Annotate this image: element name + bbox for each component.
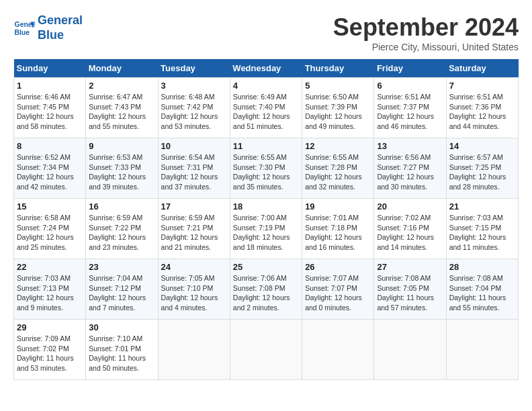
day-header-saturday: Saturday [446, 59, 518, 78]
day-info: Sunrise: 7:02 AMSunset: 7:16 PMDaylight:… [377, 213, 443, 253]
header: General Blue General Blue September 2024… [13, 13, 519, 52]
title-area: September 2024 Pierce City, Missouri, Un… [333, 13, 519, 52]
calendar-cell: 1Sunrise: 6:46 AMSunset: 7:45 PMDaylight… [14, 78, 86, 138]
day-number: 12 [305, 141, 371, 151]
month-title: September 2024 [333, 13, 519, 42]
day-info: Sunrise: 6:59 AMSunset: 7:22 PMDaylight:… [89, 213, 154, 253]
calendar-cell: 7Sunrise: 6:51 AMSunset: 7:36 PMDaylight… [446, 78, 518, 138]
calendar-cell: 18Sunrise: 7:00 AMSunset: 7:19 PMDayligh… [230, 199, 302, 259]
day-info: Sunrise: 6:59 AMSunset: 7:21 PMDaylight:… [161, 213, 227, 253]
day-number: 7 [449, 81, 515, 91]
logo-text: General Blue [38, 13, 83, 42]
day-number: 24 [161, 262, 227, 272]
calendar-week-4: 22Sunrise: 7:03 AMSunset: 7:13 PMDayligh… [14, 259, 519, 320]
calendar-header-row: SundayMondayTuesdayWednesdayThursdayFrid… [14, 59, 519, 78]
calendar-week-1: 1Sunrise: 6:46 AMSunset: 7:45 PMDaylight… [14, 78, 519, 138]
calendar-cell: 4Sunrise: 6:49 AMSunset: 7:40 PMDaylight… [230, 78, 302, 138]
day-number: 17 [161, 201, 227, 212]
day-number: 26 [305, 262, 371, 272]
calendar-cell: 10Sunrise: 6:54 AMSunset: 7:31 PMDayligh… [158, 138, 230, 199]
day-header-sunday: Sunday [14, 59, 86, 78]
day-number: 30 [89, 322, 154, 332]
day-info: Sunrise: 7:10 AMSunset: 7:01 PMDaylight:… [89, 334, 154, 373]
day-header-monday: Monday [86, 59, 158, 78]
day-number: 22 [17, 262, 83, 272]
day-info: Sunrise: 6:58 AMSunset: 7:24 PMDaylight:… [17, 213, 83, 253]
day-number: 4 [233, 81, 299, 91]
day-info: Sunrise: 6:49 AMSunset: 7:40 PMDaylight:… [233, 92, 299, 132]
calendar-cell: 30Sunrise: 7:10 AMSunset: 7:01 PMDayligh… [86, 320, 158, 380]
calendar: SundayMondayTuesdayWednesdayThursdayFrid… [13, 59, 519, 380]
logo: General Blue General Blue [13, 13, 83, 42]
day-info: Sunrise: 6:57 AMSunset: 7:25 PMDaylight:… [449, 152, 515, 192]
day-number: 5 [305, 81, 371, 91]
calendar-cell: 17Sunrise: 6:59 AMSunset: 7:21 PMDayligh… [158, 199, 230, 259]
calendar-cell: 16Sunrise: 6:59 AMSunset: 7:22 PMDayligh… [86, 199, 158, 259]
day-info: Sunrise: 6:54 AMSunset: 7:31 PMDaylight:… [161, 152, 227, 192]
day-number: 28 [449, 262, 515, 272]
day-number: 23 [89, 262, 154, 272]
day-info: Sunrise: 7:07 AMSunset: 7:07 PMDaylight:… [305, 273, 371, 313]
day-info: Sunrise: 6:51 AMSunset: 7:36 PMDaylight:… [449, 92, 515, 132]
day-number: 25 [233, 262, 299, 272]
calendar-cell: 26Sunrise: 7:07 AMSunset: 7:07 PMDayligh… [302, 259, 374, 320]
day-number: 6 [377, 81, 443, 91]
day-number: 3 [161, 81, 227, 91]
day-number: 1 [17, 81, 83, 91]
calendar-cell [302, 320, 374, 380]
calendar-week-2: 8Sunrise: 6:52 AMSunset: 7:34 PMDaylight… [14, 138, 519, 199]
logo-line2: Blue [38, 28, 64, 42]
calendar-cell: 25Sunrise: 7:06 AMSunset: 7:08 PMDayligh… [230, 259, 302, 320]
svg-text:Blue: Blue [15, 28, 30, 36]
day-info: Sunrise: 7:03 AMSunset: 7:15 PMDaylight:… [449, 213, 515, 253]
day-info: Sunrise: 6:56 AMSunset: 7:27 PMDaylight:… [377, 152, 443, 192]
calendar-cell: 11Sunrise: 6:55 AMSunset: 7:30 PMDayligh… [230, 138, 302, 199]
location: Pierce City, Missouri, United States [333, 42, 519, 52]
day-info: Sunrise: 7:04 AMSunset: 7:12 PMDaylight:… [89, 273, 154, 313]
day-header-tuesday: Tuesday [158, 59, 230, 78]
day-number: 11 [233, 141, 299, 151]
day-number: 14 [449, 141, 515, 151]
day-info: Sunrise: 6:46 AMSunset: 7:45 PMDaylight:… [17, 92, 83, 132]
day-number: 19 [305, 201, 371, 212]
calendar-cell [230, 320, 302, 380]
day-header-wednesday: Wednesday [230, 59, 302, 78]
calendar-cell: 5Sunrise: 6:50 AMSunset: 7:39 PMDaylight… [302, 78, 374, 138]
calendar-cell: 19Sunrise: 7:01 AMSunset: 7:18 PMDayligh… [302, 199, 374, 259]
calendar-cell: 28Sunrise: 7:08 AMSunset: 7:04 PMDayligh… [446, 259, 518, 320]
calendar-cell: 13Sunrise: 6:56 AMSunset: 7:27 PMDayligh… [374, 138, 446, 199]
day-header-friday: Friday [374, 59, 446, 78]
day-number: 18 [233, 201, 299, 212]
calendar-cell: 14Sunrise: 6:57 AMSunset: 7:25 PMDayligh… [446, 138, 518, 199]
calendar-cell: 8Sunrise: 6:52 AMSunset: 7:34 PMDaylight… [14, 138, 86, 199]
day-header-thursday: Thursday [302, 59, 374, 78]
calendar-week-3: 15Sunrise: 6:58 AMSunset: 7:24 PMDayligh… [14, 199, 519, 259]
calendar-cell: 27Sunrise: 7:08 AMSunset: 7:05 PMDayligh… [374, 259, 446, 320]
calendar-cell: 2Sunrise: 6:47 AMSunset: 7:43 PMDaylight… [86, 78, 158, 138]
calendar-cell [374, 320, 446, 380]
day-info: Sunrise: 7:05 AMSunset: 7:10 PMDaylight:… [161, 273, 227, 313]
day-info: Sunrise: 7:09 AMSunset: 7:02 PMDaylight:… [17, 334, 83, 373]
day-info: Sunrise: 7:01 AMSunset: 7:18 PMDaylight:… [305, 213, 371, 253]
calendar-body: 1Sunrise: 6:46 AMSunset: 7:45 PMDaylight… [14, 78, 519, 380]
day-info: Sunrise: 6:51 AMSunset: 7:37 PMDaylight:… [377, 92, 443, 132]
day-number: 13 [377, 141, 443, 151]
day-info: Sunrise: 7:08 AMSunset: 7:05 PMDaylight:… [377, 273, 443, 313]
day-info: Sunrise: 7:03 AMSunset: 7:13 PMDaylight:… [17, 273, 83, 313]
day-number: 10 [161, 141, 227, 151]
day-number: 21 [449, 201, 515, 212]
day-info: Sunrise: 6:52 AMSunset: 7:34 PMDaylight:… [17, 152, 83, 192]
logo-line1: General [38, 13, 83, 27]
day-info: Sunrise: 6:55 AMSunset: 7:30 PMDaylight:… [233, 152, 299, 192]
day-info: Sunrise: 6:53 AMSunset: 7:33 PMDaylight:… [89, 152, 154, 192]
calendar-week-5: 29Sunrise: 7:09 AMSunset: 7:02 PMDayligh… [14, 320, 519, 380]
calendar-cell: 29Sunrise: 7:09 AMSunset: 7:02 PMDayligh… [14, 320, 86, 380]
day-info: Sunrise: 6:47 AMSunset: 7:43 PMDaylight:… [89, 92, 154, 132]
day-number: 16 [89, 201, 154, 212]
day-number: 20 [377, 201, 443, 212]
calendar-cell: 3Sunrise: 6:48 AMSunset: 7:42 PMDaylight… [158, 78, 230, 138]
calendar-cell [158, 320, 230, 380]
calendar-cell: 24Sunrise: 7:05 AMSunset: 7:10 PMDayligh… [158, 259, 230, 320]
day-info: Sunrise: 7:08 AMSunset: 7:04 PMDaylight:… [449, 273, 515, 313]
day-number: 9 [89, 141, 154, 151]
